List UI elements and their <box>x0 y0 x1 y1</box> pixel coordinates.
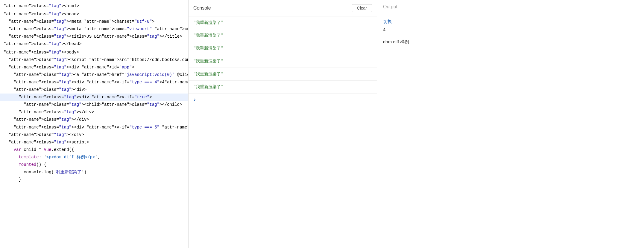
console-title: Console <box>193 5 211 11</box>
editor-line: "attr-name">class="tag"><div "attr-name"… <box>0 64 188 71</box>
editor-line: "attr-name">class="tag"><meta "attr-name… <box>0 18 188 25</box>
console-header: Console Clear <box>189 0 377 16</box>
editor-line: "attr-name">class="tag"></div> <box>0 131 188 139</box>
editor-line: "attr-name">class="tag"><div> <box>0 86 188 94</box>
console-entry: "我重新渲染了" <box>189 68 377 81</box>
editor-line: console.log('我重新渲染了') <box>0 169 188 176</box>
output-number: 4 <box>383 27 638 32</box>
prompt-arrow-icon[interactable]: › <box>193 97 196 102</box>
console-entry: "我重新渲染了" <box>189 42 377 55</box>
editor-line: "attr-name">class="tag"><div "attr-name"… <box>0 79 188 86</box>
console-entries-list: "我重新渲染了""我重新渲染了""我重新渲染了""我重新渲染了""我重新渲染了"… <box>189 16 377 94</box>
output-title: Output <box>383 4 397 9</box>
output-link[interactable]: 切换 <box>383 19 638 25</box>
editor-line: "attr-name">class="tag"><title>JS Bin"at… <box>0 33 188 40</box>
editor-line: mounted() { <box>0 161 188 169</box>
editor-line: } <box>0 176 188 183</box>
editor-line: var child = Vue.extend({ <box>0 146 188 154</box>
code-editor[interactable]: "attr-name">class="tag"><html>"attr-name… <box>0 2 188 183</box>
editor-line: "attr-name">class="tag"><div "attr-name"… <box>0 124 188 131</box>
editor-line: "attr-name">class="tag"></div> <box>0 116 188 123</box>
clear-button[interactable]: Clear <box>352 4 372 12</box>
console-panel: Console Clear "我重新渲染了""我重新渲染了""我重新渲染了""我… <box>189 0 377 248</box>
console-prompt[interactable]: › <box>189 94 377 106</box>
editor-line: "attr-name">class="tag"><body> <box>0 49 188 56</box>
output-description: dom diff 样例 <box>383 39 409 44</box>
editor-line: "attr-name">class="tag"><a "attr-name">h… <box>0 71 188 79</box>
editor-line: "attr-name">class="tag"><head> <box>0 10 188 18</box>
console-body: "我重新渲染了""我重新渲染了""我重新渲染了""我重新渲染了""我重新渲染了"… <box>189 16 377 248</box>
console-entry: "我重新渲染了" <box>189 29 377 42</box>
console-entry: "我重新渲染了" <box>189 81 377 94</box>
console-entry: "我重新渲染了" <box>189 16 377 29</box>
output-header: Output <box>377 0 644 14</box>
editor-line: template: '<p>dom diff 样例</p>', <box>0 154 188 161</box>
editor-line: "attr-name">class="tag"><meta "attr-name… <box>0 25 188 33</box>
editor-line: "attr-name">class="tag"><child>"attr-nam… <box>0 101 188 108</box>
editor-line: "attr-name">class="tag"><script> <box>0 139 188 146</box>
console-entry: "我重新渲染了" <box>189 55 377 68</box>
editor-line: "attr-name">class="tag"><script "attr-na… <box>0 56 188 64</box>
output-body: 切换 4 dom diff 样例 <box>377 14 644 248</box>
editor-panel: "attr-name">class="tag"><html>"attr-name… <box>0 0 189 248</box>
editor-line: "attr-name">class="tag"></div> <box>0 108 188 116</box>
editor-line: "attr-name">class="tag"><div "attr-name"… <box>0 94 188 101</box>
editor-line: "attr-name">class="tag"></head> <box>0 40 188 48</box>
output-panel: Output 切换 4 dom diff 样例 <box>377 0 644 248</box>
editor-line: "attr-name">class="tag"><html> <box>0 2 188 10</box>
